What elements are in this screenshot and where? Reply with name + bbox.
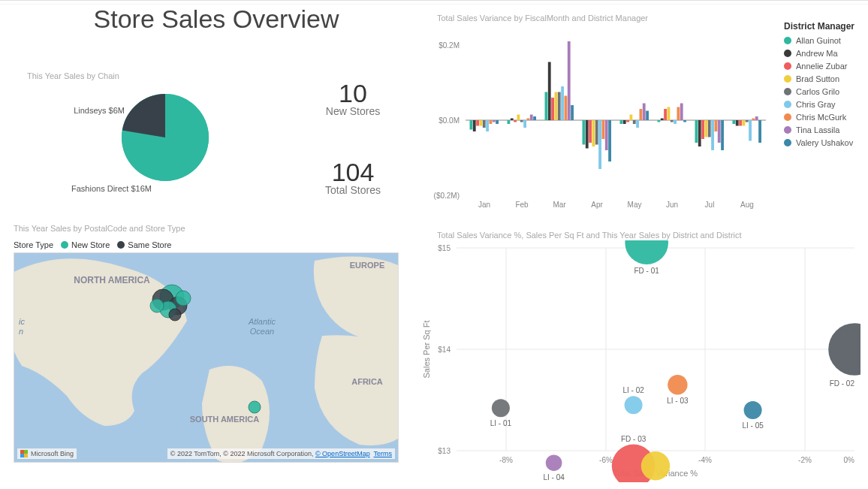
legend-item[interactable]: Tina Lassila bbox=[784, 125, 866, 134]
kpi-new-stores[interactable]: 10 New Stores bbox=[308, 79, 398, 117]
variance-bar[interactable] bbox=[568, 41, 571, 120]
bubble[interactable] bbox=[828, 323, 860, 376]
legend-label: Chris McGurk bbox=[796, 113, 846, 122]
variance-bar[interactable] bbox=[583, 120, 586, 145]
variance-bar[interactable] bbox=[493, 120, 496, 122]
variance-bar[interactable] bbox=[514, 120, 517, 122]
legend-item[interactable]: Annelie Zubar bbox=[784, 62, 866, 71]
variance-bar[interactable] bbox=[636, 120, 639, 128]
variance-bar[interactable] bbox=[620, 120, 623, 124]
variance-bar[interactable] bbox=[626, 120, 629, 122]
variance-bar[interactable] bbox=[695, 120, 698, 143]
variance-bar[interactable] bbox=[490, 120, 493, 124]
map-terms-link[interactable]: Terms bbox=[374, 450, 393, 457]
variance-bar[interactable] bbox=[661, 119, 664, 121]
bubble[interactable] bbox=[625, 240, 668, 264]
variance-bar[interactable] bbox=[602, 120, 605, 139]
legend-item[interactable]: Andrew Ma bbox=[784, 49, 866, 58]
variance-bar[interactable] bbox=[736, 120, 739, 126]
variance-bar[interactable] bbox=[595, 120, 598, 145]
variance-bar[interactable] bbox=[571, 105, 574, 120]
variance-bar[interactable] bbox=[558, 92, 561, 121]
legend-item[interactable]: Valery Ushakov bbox=[784, 138, 866, 147]
variance-bar[interactable] bbox=[527, 119, 530, 121]
variance-bar[interactable] bbox=[715, 120, 718, 131]
variance-bar[interactable] bbox=[646, 111, 649, 121]
variance-bar[interactable] bbox=[517, 115, 520, 121]
variance-bar[interactable] bbox=[755, 116, 758, 120]
variance-bar[interactable] bbox=[555, 92, 558, 121]
variance-bar[interactable] bbox=[739, 120, 742, 126]
variance-bar[interactable] bbox=[548, 62, 551, 121]
variance-bar[interactable] bbox=[592, 120, 595, 146]
variance-bar[interactable] bbox=[671, 120, 674, 122]
variance-bar[interactable] bbox=[586, 120, 589, 149]
variance-bar[interactable] bbox=[530, 115, 533, 121]
variance-bar[interactable] bbox=[598, 120, 601, 169]
kpi-total-stores[interactable]: 104 Total Stores bbox=[308, 158, 398, 196]
variance-bar[interactable] bbox=[630, 115, 633, 121]
variance-bar[interactable] bbox=[605, 120, 608, 150]
variance-bar[interactable] bbox=[565, 96, 568, 121]
variance-bar[interactable] bbox=[476, 120, 479, 126]
variance-bar[interactable] bbox=[520, 120, 523, 122]
variance-bar[interactable] bbox=[486, 120, 489, 131]
variance-bar[interactable] bbox=[668, 107, 671, 121]
variance-bar[interactable] bbox=[746, 120, 749, 122]
district-manager-legend[interactable]: District Manager Allan GuinotAndrew MaAn… bbox=[784, 21, 866, 151]
variance-bar[interactable] bbox=[743, 120, 746, 126]
variance-bar[interactable] bbox=[680, 104, 683, 121]
map-osm-link[interactable]: © OpenStreetMap bbox=[315, 450, 370, 457]
legend-item[interactable]: Chris McGurk bbox=[784, 113, 866, 122]
bubble[interactable] bbox=[744, 401, 762, 419]
variance-bar[interactable] bbox=[701, 120, 704, 139]
bubble[interactable] bbox=[546, 454, 562, 471]
variance-bar[interactable] bbox=[698, 120, 701, 146]
variance-bar[interactable] bbox=[608, 120, 611, 161]
variance-bar[interactable] bbox=[640, 109, 643, 120]
legend-item[interactable]: Allan Guinot bbox=[784, 36, 866, 45]
variance-bar[interactable] bbox=[718, 120, 721, 143]
variance-bar[interactable] bbox=[643, 104, 646, 121]
bubble-chart[interactable]: $15 $14 $13 -8% -6% -4% -2% 0% Total Sal… bbox=[420, 240, 860, 482]
variance-bar[interactable] bbox=[705, 120, 708, 137]
variance-bar[interactable] bbox=[752, 119, 755, 121]
variance-bar[interactable] bbox=[589, 120, 592, 143]
variance-bar[interactable] bbox=[508, 120, 511, 124]
variance-bar[interactable] bbox=[523, 120, 526, 128]
bubble[interactable] bbox=[641, 451, 670, 480]
legend-item[interactable]: Carlos Grilo bbox=[784, 87, 866, 96]
variance-bar[interactable] bbox=[623, 120, 626, 124]
variance-bar[interactable] bbox=[674, 120, 677, 124]
variance-bar[interactable] bbox=[664, 109, 667, 120]
variance-bar[interactable] bbox=[470, 120, 473, 130]
variance-bar[interactable] bbox=[677, 107, 680, 121]
variance-bar[interactable] bbox=[733, 120, 736, 124]
variance-bar[interactable] bbox=[473, 120, 476, 131]
variance-bar[interactable] bbox=[561, 86, 564, 120]
legend-item[interactable]: Chris Gray bbox=[784, 100, 866, 109]
variance-bar[interactable] bbox=[658, 120, 661, 122]
variance-bar[interactable] bbox=[711, 120, 714, 150]
pie-chart[interactable] bbox=[75, 85, 300, 198]
variance-bar[interactable] bbox=[749, 120, 752, 141]
variance-bar[interactable] bbox=[480, 120, 483, 126]
variance-bar[interactable] bbox=[511, 119, 514, 121]
variance-bar[interactable] bbox=[533, 116, 536, 120]
legend-label: Allan Guinot bbox=[796, 36, 841, 45]
variance-bar[interactable] bbox=[708, 120, 711, 137]
variance-bar[interactable] bbox=[633, 120, 636, 124]
variance-bar[interactable] bbox=[483, 120, 486, 128]
variance-bar[interactable] bbox=[496, 120, 499, 124]
bubble[interactable] bbox=[625, 396, 643, 414]
pie-label-lindseys: Lindseys $6M bbox=[65, 106, 125, 115]
map-visual[interactable]: NORTH AMERICA SOUTH AMERICA EUROPE AFRIC… bbox=[14, 252, 399, 463]
variance-bar[interactable] bbox=[721, 120, 724, 150]
variance-bar[interactable] bbox=[683, 120, 686, 122]
legend-item[interactable]: Brad Sutton bbox=[784, 74, 866, 83]
bubble[interactable] bbox=[492, 399, 510, 417]
bubble[interactable] bbox=[668, 375, 687, 394]
variance-bar[interactable] bbox=[551, 98, 554, 120]
variance-bar[interactable] bbox=[758, 120, 761, 143]
variance-bar[interactable] bbox=[545, 92, 548, 121]
